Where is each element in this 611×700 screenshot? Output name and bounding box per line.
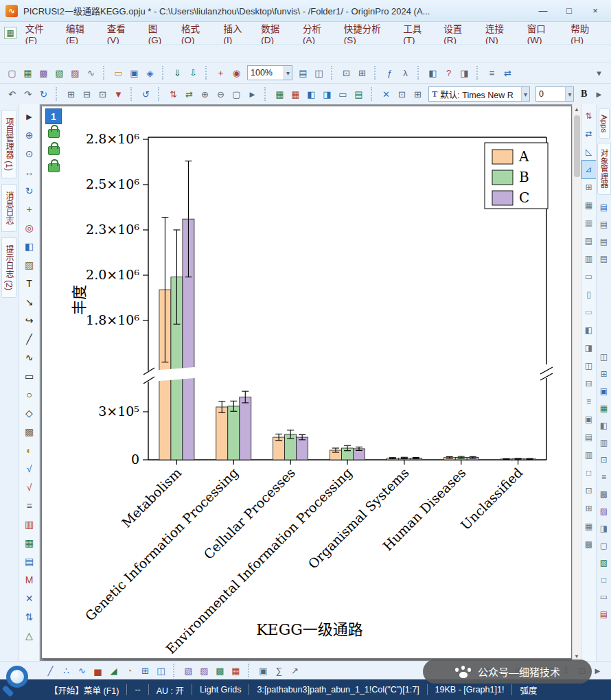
frame-on-icon[interactable]: ▭	[336, 86, 350, 102]
lock-tool-icon[interactable]: △	[21, 626, 38, 644]
extract-layers-icon[interactable]: ⊟	[582, 375, 596, 393]
bar-lower-C-0[interactable]	[183, 375, 194, 460]
graph-template-5-icon[interactable]: ◧	[597, 417, 611, 434]
graph-template-10-icon[interactable]: ▨	[597, 503, 611, 520]
freehand-region-icon[interactable]: ▩	[21, 422, 38, 441]
unit-panel-icon[interactable]: ▥	[582, 446, 596, 464]
graph-template-6-icon[interactable]: ▥	[597, 434, 611, 452]
updown-tool-icon[interactable]: ⇅	[21, 607, 38, 626]
mini-grid-icon[interactable]: ⊡	[582, 482, 596, 500]
multi-panel-plot-icon[interactable]: ◫	[154, 663, 168, 678]
rotate-tool-icon[interactable]: ↻	[21, 181, 38, 200]
grid-back-icon[interactable]: ▦	[288, 86, 303, 102]
bar-lower-A-0[interactable]	[159, 375, 171, 460]
align-objects-icon[interactable]: ≡	[582, 393, 596, 410]
rescale-icon[interactable]: ⇅	[166, 86, 181, 102]
paste-icon[interactable]: ⊞	[411, 86, 425, 102]
swap-layers-icon[interactable]: ⇄	[500, 65, 515, 80]
menu-item-5[interactable]: 插入(I)	[218, 19, 255, 47]
pointer-mode-icon[interactable]: ►	[245, 86, 260, 102]
scroll-up-icon[interactable]: ▲	[574, 104, 579, 114]
bar-C-2[interactable]	[297, 437, 308, 460]
new-graph-icon[interactable]: ▨	[68, 65, 82, 80]
rectangle-tool-icon[interactable]: ▭	[21, 366, 38, 385]
hand-tool-icon[interactable]: ◐	[21, 441, 38, 459]
stats-plot-icon[interactable]: ∑	[272, 663, 286, 678]
surface-3d-icon[interactable]: ▨	[197, 663, 211, 678]
new-excel-icon[interactable]: ▧	[52, 65, 67, 80]
grid-front-icon[interactable]: ▦	[273, 86, 287, 102]
menu-item-8[interactable]: 快捷分析(S)	[338, 19, 397, 47]
menu-item-2[interactable]: 查看(V)	[102, 19, 143, 47]
arrange-layers-icon[interactable]: ≡	[485, 65, 499, 80]
equation-tool-icon[interactable]: √	[21, 459, 38, 478]
area-plot-icon[interactable]: ◢	[106, 663, 121, 678]
graph-template-15-icon[interactable]: ▭	[597, 589, 611, 606]
undo-icon[interactable]: ↺	[139, 86, 153, 102]
tick-style-icon[interactable]: ▦	[582, 517, 596, 535]
minimize-button[interactable]: —	[530, 1, 556, 21]
cut-icon[interactable]: ✕	[379, 86, 393, 102]
project-explorer-icon[interactable]: ◧	[426, 65, 440, 80]
copy-icon[interactable]: ⊡	[395, 86, 409, 102]
dropdown-arrow-icon[interactable]: ▾	[284, 66, 292, 80]
layer-grid-2-icon[interactable]: ▥	[582, 250, 596, 268]
graph-template-1-icon[interactable]: ◫	[597, 349, 611, 366]
maximize-button[interactable]: □	[556, 1, 582, 21]
open-icon[interactable]: ▭	[111, 65, 126, 80]
copy-graph-icon[interactable]: ⊡	[339, 65, 354, 80]
menu-item-4[interactable]: 格式(O)	[176, 19, 218, 47]
more-tools-icon[interactable]: ►	[590, 663, 605, 678]
legend-swatch-C[interactable]	[492, 191, 513, 205]
layer-stack-4-icon[interactable]: ▤	[597, 250, 611, 268]
lock-icon[interactable]	[48, 129, 60, 138]
fit-layer-icon[interactable]: ⇄	[182, 86, 196, 102]
layer-stack-3-icon[interactable]: ▤	[597, 233, 611, 250]
zoom-out-icon[interactable]: ⊖	[214, 86, 228, 102]
close-button[interactable]: ×	[582, 1, 608, 21]
graph-template-8-icon[interactable]: ≡	[597, 469, 611, 486]
graph-template-12-icon[interactable]: ▢	[597, 537, 611, 555]
code-builder-icon[interactable]: λ	[398, 65, 413, 80]
new-project-icon[interactable]: ▢	[5, 65, 19, 80]
insert-graph-object-icon[interactable]: ▦	[21, 533, 38, 552]
template-library-icon[interactable]: ▣	[256, 663, 270, 678]
grid-minor-icon[interactable]: ▦	[582, 214, 596, 232]
apps-gallery-icon[interactable]: ◨	[457, 65, 472, 80]
axes-top-icon[interactable]: ◧	[304, 86, 319, 102]
menu-item-6[interactable]: 数据(D)	[255, 19, 297, 47]
marker-tool-icon[interactable]: M	[21, 570, 38, 589]
graph-template-16-icon[interactable]: ▤	[597, 606, 611, 623]
grid-major-icon[interactable]: ▦	[582, 196, 596, 214]
frame-3-icon[interactable]: ▭	[582, 303, 596, 321]
menu-item-1[interactable]: 编辑(E)	[60, 19, 102, 47]
insert-sheet-object-icon[interactable]: ▤	[21, 552, 38, 570]
curve-arrow-tool-icon[interactable]: ↪	[21, 311, 38, 329]
save-template-icon[interactable]: ◈	[143, 65, 157, 80]
forward-icon[interactable]: ↷	[21, 86, 35, 102]
menu-item-12[interactable]: 窗口(W)	[522, 19, 566, 47]
axis-dialog-icon[interactable]: ⊿	[582, 161, 596, 178]
dropdown-arrow-icon[interactable]: ▾	[521, 87, 529, 101]
zoom-in-icon[interactable]: ⊕	[198, 86, 212, 102]
graph-template-11-icon[interactable]: ◨	[597, 520, 611, 537]
dropdown-arrow-icon[interactable]: ▾	[565, 87, 573, 101]
menu-item-9[interactable]: 工具(T)	[397, 19, 438, 47]
graph-template-9-icon[interactable]: ▩	[597, 486, 611, 503]
frame-1-icon[interactable]: ▭	[582, 268, 596, 285]
text-tool-icon[interactable]: T	[21, 274, 38, 292]
merge-layers-icon[interactable]: ◫	[582, 357, 596, 375]
menu-item-0[interactable]: 文件(F)	[20, 19, 60, 47]
scroll-thumb[interactable]	[574, 115, 580, 177]
bar-B-1[interactable]	[228, 406, 240, 460]
menu-item-11[interactable]: 连接(N)	[480, 19, 522, 47]
scatter-plot-icon[interactable]: ∴	[59, 663, 73, 678]
graph-template-14-icon[interactable]: □	[597, 572, 611, 589]
bar-lower-B-0[interactable]	[171, 375, 183, 460]
frame-2-icon[interactable]: ▯	[582, 285, 596, 303]
heatmap-plot-icon[interactable]: ▦	[229, 663, 243, 678]
line-tool-icon[interactable]: ╱	[21, 329, 38, 348]
bar-C-1[interactable]	[240, 397, 251, 460]
selector-tool-icon[interactable]: ◧	[21, 237, 38, 255]
print-icon[interactable]: ▤	[296, 65, 310, 80]
